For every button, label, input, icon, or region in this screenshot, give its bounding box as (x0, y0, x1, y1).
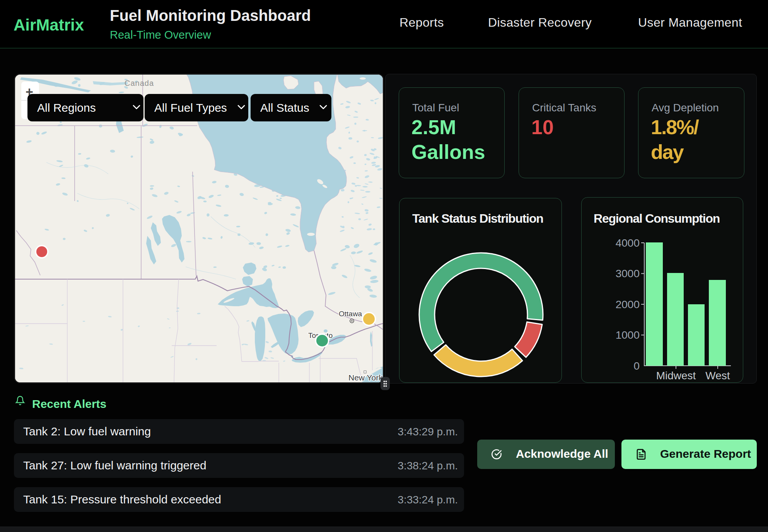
svg-text:Canada: Canada (125, 79, 154, 87)
svg-text:West: West (705, 370, 730, 382)
svg-text:Ottawa: Ottawa (339, 310, 362, 318)
svg-text:New York: New York (348, 373, 383, 382)
svg-text:2000: 2000 (616, 298, 640, 310)
svg-text:3000: 3000 (616, 268, 640, 280)
svg-text:Midwest: Midwest (656, 370, 696, 382)
svg-text:0: 0 (633, 360, 640, 372)
svg-text:1000: 1000 (616, 329, 640, 341)
svg-text:4000: 4000 (616, 237, 640, 249)
